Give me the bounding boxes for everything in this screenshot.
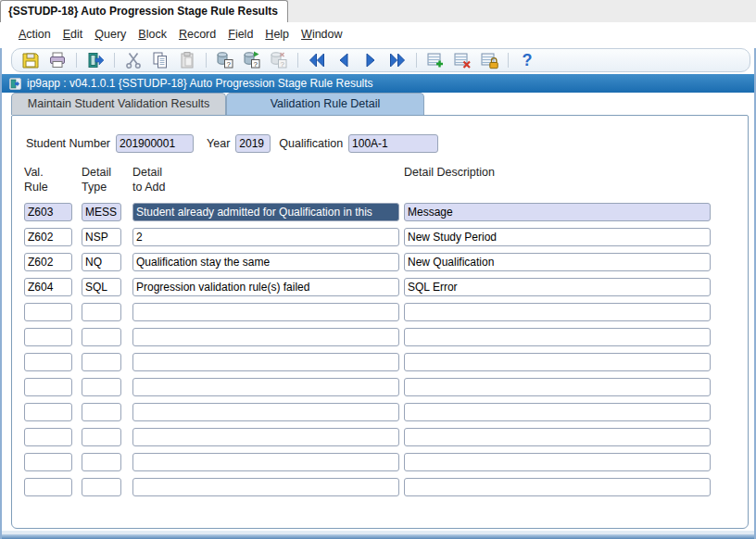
detail-to-add-field[interactable]	[132, 303, 399, 321]
menu-item-block[interactable]: Block	[138, 28, 167, 41]
table-row: Z603 MESS Student already admitted for Q…	[12, 203, 748, 221]
lock-record-icon[interactable]	[478, 50, 500, 70]
detail-to-add-field[interactable]	[132, 403, 399, 421]
forms-window-frame: ? ? ? ?	[0, 48, 756, 539]
detail-type-field[interactable]	[82, 328, 121, 346]
detail-to-add-field[interactable]	[132, 453, 399, 471]
insert-record-icon[interactable]	[424, 50, 447, 70]
val-rule-field[interactable]	[24, 378, 72, 396]
val-rule-field[interactable]: Z604	[24, 278, 72, 296]
key-block: Student Number 201900001 Year 2019 Quali…	[26, 134, 438, 153]
val-rule-field[interactable]	[24, 303, 72, 321]
tab-maintain-student-validation-results[interactable]: Maintain Student Validation Results	[11, 93, 226, 115]
first-record-icon[interactable]	[306, 50, 328, 70]
validation-rule-detail-canvas: Student Number 201900001 Year 2019 Quali…	[11, 115, 749, 529]
column-header-detail-to-add: Detailto Add	[132, 165, 165, 194]
detail-to-add-field[interactable]	[132, 328, 399, 346]
detail-type-field[interactable]	[82, 378, 121, 396]
menu-item-edit[interactable]: Edit	[63, 28, 83, 41]
detail-type-field[interactable]	[82, 428, 121, 446]
val-rule-field[interactable]: Z602	[24, 228, 72, 246]
detail-to-add-field[interactable]: Student already admitted for Qualificati…	[132, 203, 399, 221]
detail-type-field[interactable]: MESS	[82, 203, 121, 221]
detail-to-add-field[interactable]: 2	[132, 228, 399, 246]
print-icon[interactable]	[46, 50, 69, 70]
year-label: Year	[207, 137, 230, 150]
detail-description-field[interactable]: SQL Error	[404, 278, 711, 296]
detail-description-field[interactable]	[404, 453, 711, 471]
student-number-field[interactable]: 201900001	[116, 134, 194, 153]
toolbar-separator	[508, 53, 509, 68]
table-row	[12, 428, 748, 446]
enter-query-icon[interactable]: ?	[214, 50, 236, 70]
val-rule-field[interactable]	[24, 403, 72, 421]
cancel-query-icon[interactable]: ?	[268, 50, 290, 70]
detail-type-field[interactable]: SQL	[82, 278, 121, 296]
detail-type-field[interactable]: NQ	[82, 253, 121, 271]
menu-item-help[interactable]: Help	[265, 28, 289, 41]
detail-description-field[interactable]	[404, 428, 711, 446]
detail-type-field[interactable]	[82, 453, 121, 471]
val-rule-field[interactable]	[24, 353, 72, 371]
detail-description-field[interactable]: Message	[404, 203, 711, 221]
val-rule-field[interactable]	[24, 428, 72, 446]
detail-type-field[interactable]	[82, 478, 121, 496]
toolbar-separator	[76, 53, 77, 68]
previous-record-icon[interactable]	[333, 50, 355, 70]
detail-description-field[interactable]	[404, 353, 711, 371]
window-tab-title[interactable]: {SSTUDP-18} Auto Progression Stage Rule …	[0, 0, 288, 22]
copy-icon[interactable]	[149, 50, 171, 70]
val-rule-field[interactable]: Z602	[24, 253, 72, 271]
toolbar: ? ? ? ?	[11, 48, 750, 72]
detail-type-field[interactable]: NSP	[82, 228, 121, 246]
menu-item-query[interactable]: Query	[94, 28, 126, 41]
menu-item-window[interactable]: Window	[301, 28, 342, 41]
menu-item-field[interactable]: Field	[228, 28, 253, 41]
val-rule-field[interactable]: Z603	[24, 203, 72, 221]
paste-icon[interactable]	[176, 50, 198, 70]
detail-to-add-field[interactable]	[132, 378, 399, 396]
detail-description-field[interactable]	[404, 328, 711, 346]
detail-to-add-field[interactable]: Progression validation rule(s) failed	[132, 278, 399, 296]
save-icon[interactable]	[19, 50, 42, 70]
detail-description-field[interactable]: New Study Period	[404, 228, 711, 246]
detail-to-add-field[interactable]	[132, 478, 399, 496]
val-rule-field[interactable]	[24, 453, 72, 471]
detail-description-field[interactable]	[404, 378, 711, 396]
year-field[interactable]: 2019	[235, 134, 271, 153]
detail-description-field[interactable]	[404, 303, 711, 321]
exit-icon[interactable]	[84, 50, 107, 70]
detail-to-add-field[interactable]	[132, 353, 399, 371]
help-icon[interactable]: ?	[516, 50, 538, 70]
table-row	[12, 403, 748, 421]
window-bottom-edge	[2, 534, 754, 539]
table-row	[12, 453, 748, 471]
menu-item-action[interactable]: Action	[19, 28, 51, 41]
toolbar-separator	[206, 53, 207, 68]
column-header-detail-description: Detail Description	[404, 165, 495, 180]
table-row	[12, 328, 748, 346]
menu-item-record[interactable]: Record	[179, 28, 216, 41]
table-row: Z602 NSP 2 New Study Period	[12, 228, 748, 246]
val-rule-field[interactable]	[24, 328, 72, 346]
detail-to-add-field[interactable]: Qualification stay the same	[132, 253, 399, 271]
next-record-icon[interactable]	[359, 50, 382, 70]
student-number-label: Student Number	[26, 137, 110, 150]
detail-type-field[interactable]	[82, 353, 121, 371]
qualification-field[interactable]: 100A-1	[348, 134, 438, 153]
execute-query-icon[interactable]: ?	[241, 50, 263, 70]
val-rule-field[interactable]	[24, 478, 72, 496]
last-record-icon[interactable]	[386, 50, 409, 70]
delete-record-icon[interactable]	[451, 50, 473, 70]
detail-type-field[interactable]	[82, 403, 121, 421]
form-title-bar: ip9app : v04.1.0.1 {SSTUDP-18} Auto Prog…	[2, 74, 754, 93]
tab-validation-rule-detail[interactable]: Validation Rule Detail	[226, 93, 424, 115]
detail-description-field[interactable]	[404, 403, 711, 421]
cut-icon[interactable]	[122, 50, 145, 70]
detail-type-field[interactable]	[82, 303, 121, 321]
toolbar-separator	[416, 53, 417, 68]
detail-to-add-field[interactable]	[132, 428, 399, 446]
tab-row: Maintain Student Validation ResultsValid…	[2, 93, 754, 115]
detail-description-field[interactable]	[404, 478, 711, 496]
detail-description-field[interactable]: New Qualification	[404, 253, 711, 271]
